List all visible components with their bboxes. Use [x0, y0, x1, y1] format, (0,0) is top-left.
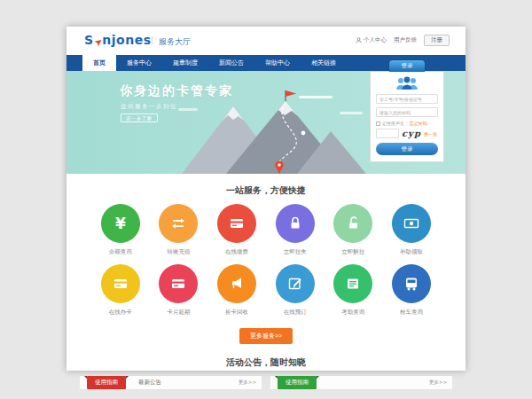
- user-feedback-label: 用户反馈: [394, 36, 417, 44]
- remember-label: 记住用户名: [382, 121, 404, 126]
- service-circle: ¥: [101, 204, 140, 243]
- service-label: 立即解挂: [341, 248, 364, 256]
- service-label: 转账充值: [167, 248, 190, 256]
- site-header: S➤njones | 服务大厅 个人中心 用户反馈 注册: [66, 27, 466, 55]
- service-circle: [159, 264, 198, 303]
- service-item-card-extension[interactable]: 卡片延期: [150, 264, 208, 317]
- announcement-box-left: 使用指南 最新公告 更多>>: [80, 376, 262, 390]
- tab-latest-announcements[interactable]: 最新公告: [138, 376, 161, 389]
- remember-checkbox[interactable]: [376, 121, 380, 126]
- captcha-refresh-link[interactable]: 换一张: [424, 131, 437, 137]
- lock-icon: [286, 215, 304, 232]
- service-circle: [101, 264, 140, 303]
- captcha-input[interactable]: [376, 129, 399, 138]
- captcha-image: cyp: [402, 129, 421, 138]
- service-label: 立即挂失: [284, 248, 307, 256]
- service-label: 在线预订: [284, 309, 307, 317]
- login-tab[interactable]: 登录: [389, 60, 425, 72]
- remember-row: 记住用户名 | 忘记密码: [376, 121, 438, 126]
- nav-item-rules[interactable]: 规章制度: [162, 55, 208, 71]
- unlock-icon: [344, 215, 362, 232]
- person-icon: [356, 37, 362, 43]
- logo-divider: |: [151, 35, 153, 44]
- service-item-apply-card[interactable]: 在线办卡: [91, 264, 150, 317]
- service-item-school-bus[interactable]: 校车查询: [382, 264, 441, 317]
- card-icon: [169, 275, 187, 293]
- nav-item-news[interactable]: 新闻公告: [208, 55, 254, 71]
- announcements-panels: 使用指南 最新公告 更多>> 使用指南 更多>>: [66, 376, 466, 390]
- service-item-balance[interactable]: ¥ 余额查询: [91, 204, 150, 256]
- nav-item-links[interactable]: 相关链接: [301, 55, 347, 71]
- service-circle: [392, 204, 431, 243]
- service-label: 余额查询: [109, 248, 132, 256]
- service-circle: [276, 264, 315, 303]
- service-item-unlock[interactable]: 立即解挂: [325, 204, 383, 256]
- edit-icon: [286, 275, 304, 293]
- service-label: 卡片延期: [167, 309, 190, 317]
- service-label: 校车查询: [400, 309, 423, 317]
- tab-usage-guide-left[interactable]: 使用指南: [87, 376, 126, 389]
- service-circle: [217, 204, 256, 243]
- login-panel: 记住用户名 | 忘记密码 cyp 换一张 登录: [370, 71, 444, 162]
- service-label: 在线缴费: [225, 248, 248, 256]
- service-item-attendance[interactable]: 考勤查询: [325, 264, 383, 317]
- yen-icon: ¥: [115, 215, 126, 232]
- transfer-icon: [169, 215, 187, 232]
- row-divider: |: [406, 121, 408, 126]
- password-input[interactable]: [376, 107, 438, 117]
- login-submit-button[interactable]: 登录: [376, 143, 438, 155]
- list-icon: [344, 275, 362, 293]
- services-grid: ¥ 余额查询 转账充值 在线缴费: [66, 204, 466, 325]
- announcement-right-header: 使用指南 更多>>: [270, 376, 452, 390]
- username-input[interactable]: [376, 94, 438, 104]
- service-label: 在线办卡: [109, 309, 132, 317]
- services-section-title: 一站服务，方便快捷: [66, 184, 466, 197]
- service-circle: [333, 204, 372, 243]
- tab-usage-guide-right[interactable]: 使用指南: [278, 376, 317, 389]
- service-item-payment[interactable]: 在线缴费: [207, 204, 266, 256]
- announcement-box-right: 使用指南 更多>>: [270, 376, 452, 390]
- site-logo[interactable]: S➤njones: [84, 33, 152, 47]
- service-label: 补助领取: [400, 248, 423, 256]
- hero-cta-button[interactable]: 进一步了解: [121, 113, 158, 122]
- logo-text-rest: njones: [102, 33, 151, 47]
- card-icon: [228, 215, 246, 232]
- users-icon: [394, 76, 420, 90]
- service-item-report-loss[interactable]: 立即挂失: [266, 204, 325, 256]
- announcement-left-header: 使用指南 最新公告 更多>>: [80, 376, 262, 390]
- service-circle: [217, 264, 256, 303]
- captcha-row: cyp 换一张: [376, 129, 438, 138]
- megaphone-icon: [228, 275, 246, 293]
- service-circle: [159, 204, 198, 243]
- register-button[interactable]: 注册: [424, 35, 450, 46]
- card-icon: [112, 275, 129, 293]
- service-item-transfer[interactable]: 转账充值: [150, 204, 208, 256]
- service-circle: [392, 264, 431, 303]
- user-feedback-link[interactable]: 用户反馈: [394, 36, 417, 44]
- personal-center-link[interactable]: 个人中心: [356, 36, 387, 44]
- more-services-button[interactable]: 更多服务>>: [239, 328, 293, 344]
- mountain-illustration: [166, 89, 370, 174]
- bus-icon: [403, 275, 420, 293]
- service-label: 考勤查询: [341, 309, 364, 317]
- forgot-password-link[interactable]: 忘记密码: [410, 121, 427, 126]
- desktop-background: S➤njones | 服务大厅 个人中心 用户反馈 注册 首页 服务中心 规章制…: [0, 0, 532, 399]
- portal-name: 服务大厅: [159, 36, 191, 48]
- browser-page: S➤njones | 服务大厅 个人中心 用户反馈 注册 首页 服务中心 规章制…: [66, 27, 466, 371]
- more-link-right[interactable]: 更多>>: [429, 376, 447, 389]
- nav-item-home[interactable]: 首页: [82, 55, 116, 71]
- banknote-icon: [403, 215, 420, 232]
- service-label: 捡卡回收: [225, 309, 248, 317]
- more-link-left[interactable]: 更多>>: [239, 376, 256, 389]
- service-item-subsidy[interactable]: 补助领取: [382, 204, 441, 256]
- service-item-card-recovery[interactable]: 捡卡回收: [207, 264, 266, 317]
- header-actions: 个人中心 用户反馈 注册: [356, 35, 450, 46]
- service-item-online-booking[interactable]: 在线预订: [266, 264, 325, 317]
- nav-item-service-center[interactable]: 服务中心: [116, 55, 162, 71]
- service-circle: [333, 264, 372, 303]
- service-circle: [276, 204, 315, 243]
- nav-item-help[interactable]: 帮助中心: [254, 55, 301, 71]
- personal-center-label: 个人中心: [364, 36, 387, 44]
- announcements-section-title: 活动公告，随时知晓: [66, 356, 466, 369]
